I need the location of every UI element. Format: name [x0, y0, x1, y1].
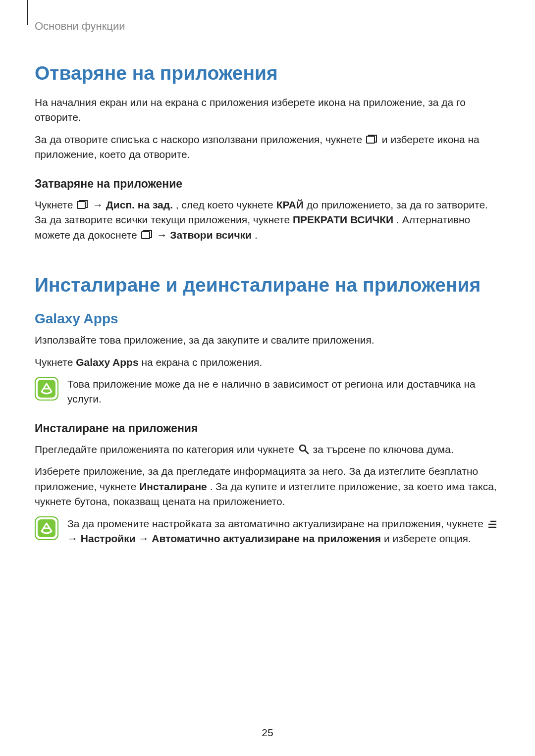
text-bold: Автоматично актуализиране на приложения — [152, 533, 381, 544]
text: Чукнете — [35, 356, 76, 368]
heading-install-uninstall: Инсталиране и деинсталиране на приложени… — [35, 274, 500, 296]
menu-icon — [487, 520, 497, 529]
note-icon — [35, 516, 58, 540]
text-bold: КРАЙ — [276, 199, 304, 210]
text: За да промените настройката за автоматич… — [67, 518, 486, 529]
heading-galaxy-apps: Galaxy Apps — [35, 311, 500, 327]
text: , след което чукнете — [176, 199, 276, 210]
recent-apps-icon — [141, 230, 153, 240]
paragraph: За да отворите списъка с наскоро използв… — [35, 132, 500, 162]
paragraph: Прегледайте приложенията по категория ил… — [35, 442, 500, 457]
text: . — [255, 229, 258, 241]
text-bold: ПРЕКРАТИ ВСИЧКИ — [293, 214, 393, 225]
text: → — [67, 533, 81, 544]
svg-rect-1 — [77, 202, 85, 208]
text: и изберете опция. — [384, 533, 471, 544]
heading-opening-apps: Отваряне на приложения — [35, 62, 500, 84]
text-bold: Затвори всички — [170, 229, 252, 241]
header-rule — [27, 0, 28, 25]
document-page: Основни функции Отваряне на приложения Н… — [0, 0, 535, 756]
text: → — [93, 199, 106, 210]
svg-line-6 — [305, 451, 308, 454]
text: → — [157, 229, 170, 241]
paragraph: Чукнете Galaxy Apps на екрана с приложен… — [35, 355, 500, 370]
text: За да отворите списъка с наскоро използв… — [35, 134, 365, 145]
svg-rect-0 — [367, 136, 374, 143]
text-bold: Galaxy Apps — [76, 356, 138, 368]
text-bold: Настройки — [81, 533, 136, 544]
text: за търсене по ключова дума. — [313, 444, 454, 455]
recent-apps-icon — [366, 135, 378, 145]
text: Чукнете — [35, 199, 76, 210]
note-text: Това приложение може да не е налично в з… — [67, 377, 500, 407]
note-block: За да промените настройката за автоматич… — [35, 516, 500, 547]
recent-apps-icon — [77, 200, 89, 210]
paragraph: Изберете приложение, за да прегледате ин… — [35, 464, 500, 509]
search-icon — [298, 444, 309, 454]
page-number: 25 — [0, 727, 535, 739]
svg-rect-2 — [142, 232, 150, 239]
text: Прегледайте приложенията по категория ил… — [35, 444, 297, 455]
note-block: Това приложение може да не е налично в з… — [35, 377, 500, 407]
paragraph: Чукнете → Дисп. на зад. , след което чук… — [35, 198, 500, 243]
text-bold: Дисп. на зад. — [106, 199, 173, 210]
heading-closing-app: Затваряне на приложение — [35, 177, 500, 191]
text: → — [138, 533, 152, 544]
heading-installing-apps: Инсталиране на приложения — [35, 422, 500, 435]
paragraph: На началния екран или на екрана с прилож… — [35, 95, 500, 125]
note-icon — [35, 377, 58, 401]
text-bold: Инсталиране — [139, 481, 207, 492]
note-text: За да промените настройката за автоматич… — [67, 516, 500, 547]
running-header: Основни функции — [35, 20, 500, 33]
paragraph: Използвайте това приложение, за да закуп… — [35, 333, 500, 348]
text: на екрана с приложения. — [141, 356, 262, 368]
